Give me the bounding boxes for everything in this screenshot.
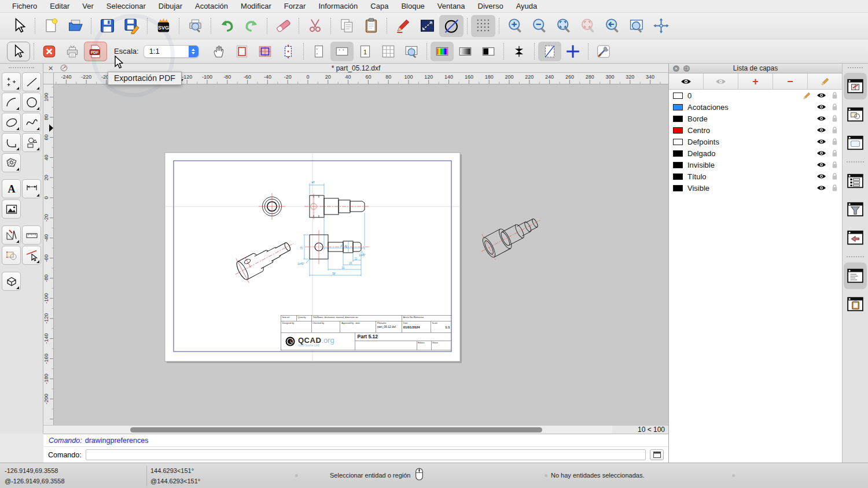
hide-all-layers-button[interactable]: [704, 73, 738, 89]
pan-hand-button[interactable]: [207, 42, 230, 61]
page-zoom-button[interactable]: [400, 42, 423, 61]
layer-row-centro[interactable]: Centro: [669, 124, 842, 136]
blocks-tool-button[interactable]: [2, 246, 21, 265]
color-gray-button[interactable]: [454, 42, 477, 61]
page-portrait-button[interactable]: [307, 42, 330, 61]
palette-drag-handle[interactable]: [9, 67, 34, 68]
layer-visibility-icon[interactable]: [811, 127, 826, 134]
page-multi-button[interactable]: [377, 42, 400, 61]
svg-export-button[interactable]: SVG: [151, 15, 175, 37]
page-single-button[interactable]: 1: [354, 42, 377, 61]
menu-ver[interactable]: Ver: [76, 0, 100, 13]
horizontal-scrollbar[interactable]: [43, 426, 612, 434]
layer-visibility-icon[interactable]: [811, 103, 826, 110]
print-preview-button[interactable]: [183, 15, 207, 37]
layer-visibility-icon[interactable]: [811, 161, 826, 168]
layer-visibility-icon[interactable]: [811, 138, 826, 145]
layer-row-0[interactable]: 0: [669, 90, 842, 101]
page-landscape-button[interactable]: [330, 42, 354, 61]
layer-visibility-icon[interactable]: [811, 184, 826, 191]
close-drawing-button[interactable]: [38, 42, 61, 61]
arc-tool-button[interactable]: [2, 93, 21, 112]
cut-button[interactable]: [303, 15, 327, 37]
save-button[interactable]: [95, 15, 119, 37]
select-tool-button[interactable]: [22, 246, 41, 265]
command-line-button[interactable]: [844, 263, 867, 289]
command-input[interactable]: [86, 449, 646, 460]
scrollbar-thumb[interactable]: [130, 427, 542, 432]
view-widget-button[interactable]: [844, 130, 867, 156]
paper-grid-button[interactable]: [253, 42, 277, 61]
zoom-auto-button[interactable]: [551, 15, 576, 37]
panel-detach-icon[interactable]: ❐: [683, 65, 690, 72]
tab-close-icon[interactable]: ✕: [48, 64, 53, 73]
center-marks-button[interactable]: [507, 42, 531, 61]
paste-button[interactable]: [359, 15, 383, 37]
layer-row-acotaciones[interactable]: Acotaciones: [669, 101, 842, 113]
layer-lock-icon[interactable]: [826, 161, 838, 169]
layer-row-defpoints[interactable]: Defpoints: [669, 136, 842, 147]
menu-modificar[interactable]: Modificar: [234, 0, 278, 13]
layer-lock-icon[interactable]: [826, 114, 838, 123]
menu-editar[interactable]: Editar: [43, 0, 76, 13]
shapes-tool-button[interactable]: [22, 133, 41, 152]
menu-ventana[interactable]: Ventana: [431, 0, 472, 13]
layer-lock-icon[interactable]: [826, 126, 838, 134]
pointer-button[interactable]: [7, 15, 31, 37]
layer-lock-icon[interactable]: [826, 103, 838, 111]
text-tool-button[interactable]: A: [2, 179, 21, 198]
layer-row-invisible[interactable]: Invisible: [669, 159, 842, 171]
scale-select[interactable]: 1:1: [144, 45, 199, 58]
new-file-button[interactable]: [39, 15, 63, 37]
crosshair-blue-button[interactable]: [561, 42, 584, 61]
print-button[interactable]: [61, 42, 84, 61]
menu-capa[interactable]: Capa: [364, 0, 395, 13]
page-diagonal-button[interactable]: [538, 42, 561, 61]
layer-row-t-tulo[interactable]: Título: [669, 171, 842, 182]
settings-tools-button[interactable]: [592, 42, 615, 61]
solid-tool-button[interactable]: [2, 272, 21, 291]
menu-acotaci-n[interactable]: Acotación: [189, 0, 234, 13]
layer-visibility-icon[interactable]: [811, 92, 826, 99]
panel-close-icon[interactable]: ✕: [673, 65, 679, 72]
property-editor-button[interactable]: [844, 73, 867, 99]
block-list-button[interactable]: [844, 101, 867, 128]
drawing-canvas[interactable]: ø84118ø8112131581x45°1x45° Item ref Quan…: [54, 84, 668, 425]
points-tool-button[interactable]: [2, 72, 21, 91]
save-as-button[interactable]: [119, 15, 144, 37]
selection-list-button[interactable]: [844, 168, 867, 194]
menu-forzar[interactable]: Forzar: [278, 0, 312, 13]
zoom-in-button[interactable]: [503, 15, 527, 37]
add-layer-button[interactable]: +: [738, 73, 773, 89]
menu-dibujar[interactable]: Dibujar: [152, 0, 189, 13]
layer-lock-icon[interactable]: [826, 138, 838, 146]
layer-lock-icon[interactable]: [826, 91, 838, 99]
menu-diverso[interactable]: Diverso: [472, 0, 510, 13]
layer-row-delgado[interactable]: Delgado: [669, 147, 842, 159]
measure-box-button[interactable]: [415, 15, 439, 37]
layer-lock-icon[interactable]: [826, 184, 838, 192]
selection-filter-button[interactable]: [844, 196, 867, 223]
menu-informaci-n[interactable]: Información: [312, 0, 364, 13]
pdf-export-button[interactable]: PDF: [84, 42, 107, 61]
pointer-boxed-button[interactable]: [7, 42, 30, 61]
menu-seleccionar[interactable]: Seleccionar: [100, 0, 152, 13]
layer-visibility-icon[interactable]: [811, 150, 826, 157]
hatch-tool-button[interactable]: [2, 153, 21, 172]
show-all-layers-button[interactable]: [669, 73, 704, 89]
spline-tool-button[interactable]: [22, 113, 41, 132]
eraser-button[interactable]: [271, 15, 295, 37]
menu-bloque[interactable]: Bloque: [395, 0, 431, 13]
circle-tool-button[interactable]: [22, 93, 41, 112]
clipboard-panel-button[interactable]: [844, 291, 867, 317]
stepper-icon[interactable]: [189, 45, 198, 58]
color-full-button[interactable]: [431, 42, 454, 61]
auto-fit-button[interactable]: [277, 42, 300, 61]
layer-lock-icon[interactable]: [826, 149, 838, 157]
redo-button[interactable]: [239, 15, 263, 37]
menu-ayuda[interactable]: Ayuda: [510, 0, 544, 13]
layer-row-borde[interactable]: Borde: [669, 113, 842, 124]
zoom-previous-button[interactable]: [600, 15, 624, 37]
image-tool-button[interactable]: [2, 199, 21, 219]
restriction-off-button[interactable]: [439, 15, 464, 37]
